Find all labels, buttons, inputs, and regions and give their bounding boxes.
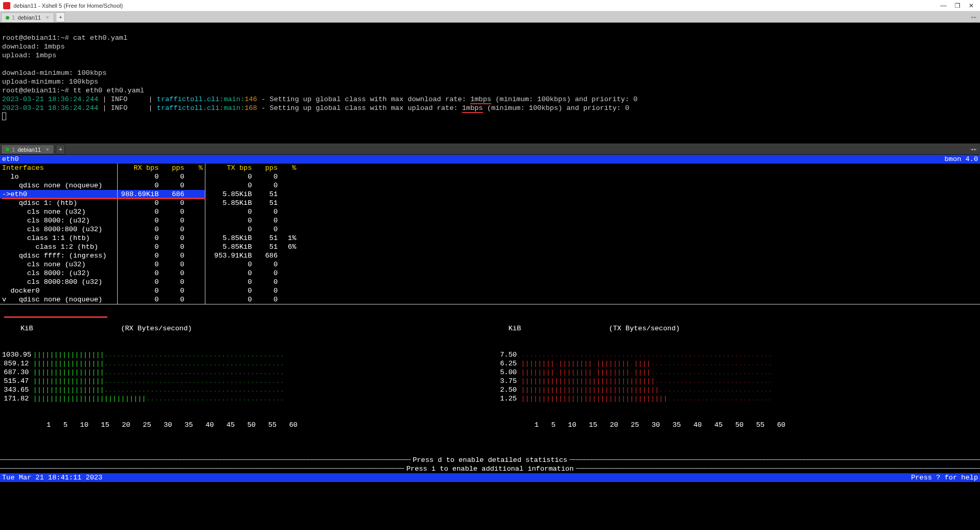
close-icon[interactable]: ✕ [45, 147, 50, 152]
rx-chart: KiB (RX Bytes/second) 1030.95 ||||||||||… [2, 307, 490, 456]
chart-row: 6.25 ||||||||.||||||||.||||||||.||||....… [490, 359, 978, 368]
tab-right-arrow-icon[interactable]: ► [974, 14, 977, 20]
table-row[interactable]: lo0000 [0, 172, 980, 181]
table-row[interactable]: cls none (u32)0000 [0, 260, 980, 269]
tab-right-arrow-icon[interactable]: ► [974, 147, 977, 152]
table-row[interactable]: qdisc none (noqueue)0000 [0, 181, 980, 190]
chart-row: 859.12 |||||||||||||||||................… [2, 359, 490, 368]
table-row[interactable]: qdisc 1: (htb)005.85KiB51 [0, 199, 980, 207]
tx-cell: 00 [205, 286, 298, 295]
terminal-output-top[interactable]: root@debian11:~# cat eth0.yaml download:… [0, 23, 980, 143]
chart-unit: KiB [490, 324, 521, 333]
status-help: Press ? for help [911, 473, 978, 482]
log-module: traffictoll.cli [157, 95, 220, 103]
chart-row: 3.75 ||||||||||||||||||||||||||||||||...… [490, 377, 978, 386]
table-row[interactable]: cls none (u32)0000 [0, 207, 980, 216]
tab-bar-bottom: 1 debian11 ✕ + ◄► [0, 143, 980, 155]
charts-zone: KiB (RX Bytes/second) 1030.95 ||||||||||… [0, 304, 980, 456]
tx-cell: 00 [205, 172, 298, 181]
tab-number: 1 [12, 147, 15, 153]
chart-unit: KiB [2, 324, 33, 333]
iface-cell: cls 8000: (u32) [0, 216, 118, 225]
pipe: | [98, 95, 110, 103]
window-titlebar: debian11 - Xshell 5 (Free for Home/Schoo… [0, 0, 980, 11]
terminal-line: upload-minimum: 100kbps [2, 78, 98, 86]
log-level: INFO [111, 104, 127, 112]
tab-name: debian11 [18, 14, 41, 21]
tx-cell: 00 [205, 278, 298, 286]
minimize-button[interactable]: — [940, 2, 946, 9]
log-rate-highlighted: 1mbps [470, 95, 491, 104]
chart-xlabels: 1 5 10 15 20 25 30 35 40 45 50 55 60 [490, 421, 978, 429]
bmon-pane[interactable]: eth0 bmon 4.0 Interfaces RX bpspps% TX b… [0, 155, 980, 530]
rx-cell: 00 [118, 243, 205, 251]
tab-left-arrow-icon[interactable]: ◄ [970, 14, 973, 20]
table-row[interactable]: v qdisc none (noqueue)0000 [0, 295, 980, 304]
hdr-pct: % [278, 164, 296, 172]
log-lineno: 146 [245, 95, 257, 103]
rx-cell: 00 [118, 225, 205, 234]
new-tab-button[interactable]: + [56, 12, 65, 22]
chart-row: 687.30 |||||||||||||||||................… [2, 368, 490, 377]
chart-row: 515.47 |||||||||||||||||................… [2, 377, 490, 386]
table-row[interactable]: class 1:1 (htb)005.85KiB511% [0, 234, 980, 243]
log-func: :main: [219, 104, 245, 112]
tab-number: 1 [12, 14, 15, 21]
tab-left-arrow-icon[interactable]: ◄ [970, 147, 973, 152]
bmon-column-headers: Interfaces RX bpspps% TX bpspps% [0, 164, 980, 172]
table-row[interactable]: cls 8000:800 (u32)0000 [0, 225, 980, 234]
tab-debian11-top[interactable]: 1 debian11 ✕ [1, 12, 54, 22]
tab-bar-top: 1 debian11 ✕ + ◄► [0, 11, 980, 23]
rx-cell: 00 [118, 286, 205, 295]
table-row[interactable]: docker00000 [0, 286, 980, 295]
tx-cell: 00 [205, 225, 298, 234]
close-button[interactable]: ✕ [969, 2, 974, 9]
tx-cell: 5.85KiB511% [205, 234, 298, 243]
table-row[interactable]: class 1:2 (htb)005.85KiB516% [0, 243, 980, 251]
iface-cell: cls none (u32) [0, 260, 118, 269]
rx-cell: 00 [118, 260, 205, 269]
bmon-rows: lo0000 qdisc none (noqueue)0000->eth0988… [0, 172, 980, 304]
iface-cell: cls 8000:800 (u32) [0, 278, 118, 286]
status-dot [6, 148, 9, 151]
rx-cell: 00 [118, 269, 205, 278]
chart-row: 1.25 |||||||||||||||||||||||||||||||||||… [490, 394, 978, 403]
table-row[interactable]: qdisc ffff: (ingress)00953.91KiB686 [0, 251, 980, 260]
hdr-pct: % [184, 164, 203, 172]
tx-cell: 00 [205, 181, 298, 190]
tx-cell: 5.85KiB51 [205, 190, 298, 199]
bmon-statusbar: Tue Mar 21 18:41:11 2023 Press ? for hel… [0, 473, 980, 482]
iface-cell: qdisc 1: (htb) [0, 199, 118, 207]
hdr-rxbps: RX bps [118, 164, 159, 172]
iface-cell: qdisc ffff: (ingress) [0, 251, 118, 260]
table-row[interactable]: cls 8000:800 (u32)0000 [0, 278, 980, 286]
table-row[interactable]: cls 8000: (u32)0000 [0, 216, 980, 225]
iface-cell: lo [0, 172, 118, 181]
rx-cell: 00 [118, 181, 205, 190]
log-ts: 2023-03-21 18:36:24.244 [2, 104, 98, 112]
window-title: debian11 - Xshell 5 (Free for Home/Schoo… [13, 3, 123, 9]
iface-cell: cls none (u32) [0, 207, 118, 216]
table-row[interactable]: cls 8000: (u32)0000 [0, 269, 980, 278]
terminal-line: upload: 1mbps [2, 52, 56, 59]
new-tab-button[interactable]: + [56, 144, 65, 154]
tx-cell: 5.85KiB516% [205, 243, 298, 251]
rx-cell: 00 [118, 207, 205, 216]
log-msg: (minimum: 100kbps) and priority: 0 [491, 95, 638, 103]
tx-cell: 00 [205, 269, 298, 278]
bmon-version: bmon 4.0 [944, 155, 978, 164]
close-icon[interactable]: ✕ [45, 15, 50, 20]
table-row[interactable]: ->eth0988.69KiB6865.85KiB51 [0, 190, 980, 199]
app-icon [3, 2, 10, 9]
hints: ────────────────────────────────────────… [0, 456, 980, 473]
maximize-button[interactable]: ❐ [955, 2, 960, 9]
cursor [2, 113, 6, 120]
iface-cell: v qdisc none (noqueue) [0, 295, 118, 304]
pipe: | [98, 104, 110, 112]
status-time: Tue Mar 21 18:41:11 2023 [2, 473, 102, 482]
hdr-txbps: TX bps [211, 164, 252, 172]
chart-row: 1030.95 |||||||||||||||||...............… [2, 350, 490, 359]
chart-row: 2.50 |||||||||||||||||||||||||||||||||..… [490, 386, 978, 394]
tab-debian11-bottom[interactable]: 1 debian11 ✕ [1, 144, 54, 154]
iface-cell: docker0 [0, 286, 118, 295]
